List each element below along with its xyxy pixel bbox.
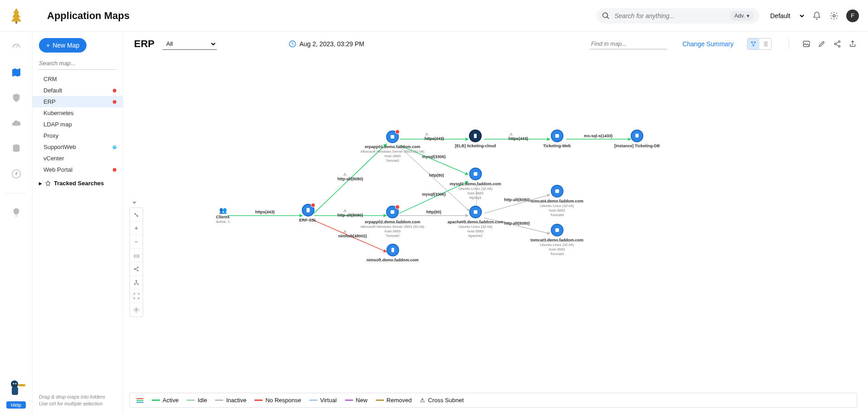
node-sub: host-3883 [530,247,583,252]
rail-explore-icon[interactable] [10,168,23,180]
rail-insights-icon[interactable] [10,206,23,219]
node-ticketing-web[interactable]: Ticketing-Web [543,130,571,149]
edit-icon[interactable] [817,39,826,48]
node-sub: Ubuntu Linux (32-bit) [530,204,583,208]
canvas-actions [802,39,857,48]
map-settings-icon[interactable] [130,303,143,317]
view-graph-button[interactable] [748,39,759,49]
node-erpapp01[interactable]: erpapp01.demo.faddom.com Microsoft Windo… [361,130,425,163]
share-icon[interactable] [833,39,842,48]
map-item-ldap[interactable]: LDAP map [33,119,123,130]
map-item-label: Default [43,87,62,94]
node-sub: Active: 1 [216,220,230,224]
global-search-input[interactable] [614,12,726,19]
fit-screen-button[interactable]: ▭ [130,249,143,262]
map-item-supportweb[interactable]: SupportWeb⟳ [33,141,123,153]
advanced-search-toggle[interactable]: Adv. ▾ [730,11,754,21]
map-item-default[interactable]: Default [33,85,123,96]
rail-maps-icon[interactable] [10,66,23,79]
svg-text:⚠: ⚠ [343,230,346,234]
change-summary-link[interactable]: Change Summary [682,40,734,48]
tracked-label: Tracked Searches [54,180,104,187]
node-tomcat4[interactable]: tomcat4.demo.faddom.com Ubuntu Linux (32… [530,185,583,217]
map-filter-select[interactable]: All [163,38,217,50]
node-ticketing-db[interactable]: [Instance] Ticketing-DB [614,130,660,149]
svg-point-63 [136,280,137,281]
new-map-button[interactable]: + New Map [39,38,86,53]
node-sub: Ubuntu Linux (32-bit) [530,243,583,247]
rail-security-icon[interactable] [10,91,23,104]
map-list: CRM Default ERP Kubernetes LDAP map Prox… [33,73,123,175]
mascot-icon [5,378,27,400]
node-nimsoft[interactable]: nimsoft.demo.faddom.com [366,244,418,263]
export-icon[interactable] [848,39,857,48]
svg-rect-52 [391,248,394,252]
server-icon [469,168,482,180]
node-label: erpapp01.demo.faddom.com [361,144,425,149]
status-dot-red [113,89,116,92]
find-in-map-input[interactable] [590,39,667,49]
rail-dashboard-icon[interactable] [10,41,23,53]
download-image-icon[interactable] [802,39,811,48]
page-title: Application Maps [47,10,129,22]
view-list-button[interactable] [759,39,771,49]
node-clients[interactable]: 👥 Clients Active: 1 [216,207,230,224]
node-tomcat3[interactable]: tomcat3.demo.faddom.com Ubuntu Linux (32… [530,224,583,256]
svg-rect-5 [12,387,18,395]
svg-rect-53 [474,134,477,138]
svg-rect-51 [391,210,394,214]
user-avatar[interactable]: F [846,10,859,22]
hierarchy-icon[interactable] [130,276,143,289]
minimize-icon[interactable]: ⤡ [130,208,143,221]
tracked-searches-toggle[interactable]: ▸ Tracked Searches [33,175,123,191]
footer-hint-1: Drag & drop maps into folders [39,394,116,400]
map-item-kubernetes[interactable]: Kubernetes [33,107,123,119]
app-logo[interactable] [0,8,33,24]
legend-no-response: No Response [254,397,301,404]
relayout-icon[interactable] [130,262,143,276]
help-button[interactable]: Help [6,401,26,409]
fullscreen-icon[interactable]: ⛶ [130,289,143,303]
legend-menu-icon[interactable] [136,398,144,403]
node-erpapp02[interactable]: erpapp02.demo.faddom.com Microsoft Windo… [361,206,425,238]
legend-new: New [345,397,368,404]
node-label: ERP-SSL [299,218,317,223]
map-item-crm[interactable]: CRM [33,73,123,85]
map-item-webportal[interactable]: Web Portal [33,164,123,175]
zoom-in-button[interactable]: ＋ [130,221,143,235]
map-item-label: Kubernetes [43,110,74,116]
svg-point-60 [134,268,135,269]
map-item-erp[interactable]: ERP [33,96,123,107]
server-icon [551,185,563,197]
map-item-vcenter[interactable]: vCenter [33,153,123,164]
node-sub: Tomcat1 [361,159,425,163]
map-canvas[interactable]: https(443) ⚠ http-alt(8080) ⚠ http-alt(8… [123,53,868,414]
legend-active: Active [152,397,178,404]
help-widget[interactable]: Help [5,378,27,409]
server-icon [551,224,563,236]
node-sub: Microsoft Windows Server 2003 (32-bit) [361,225,425,229]
server-icon [302,204,314,217]
map-search-input[interactable] [39,57,116,70]
panel-collapse-toggle[interactable]: ⌄ [131,197,137,205]
legend-inactive: Inactive [215,397,246,404]
map-item-proxy[interactable]: Proxy [33,130,123,141]
map-item-label: ERP [43,98,56,105]
environment-select[interactable]: Default [765,9,806,23]
server-icon [469,206,482,218]
rail-cloud-icon[interactable] [10,117,23,130]
node-elb-ticketing[interactable]: [ELB] ticketing-cloud [455,130,496,149]
timestamp[interactable]: Aug 2, 2023, 03:29 PM [288,40,364,48]
canvas-header: ERP All Aug 2, 2023, 03:29 PM Change Sum… [123,32,868,53]
node-apache05[interactable]: apache05.demo.faddom.com Ubuntu Linux (3… [447,206,504,238]
global-search[interactable]: Adv. ▾ [596,8,759,24]
svg-point-1 [833,14,835,17]
node-erp-ssl[interactable]: ERP-SSL [299,204,317,223]
svg-text:⚠: ⚠ [343,209,346,213]
node-mysql1[interactable]: mysql1.demo.faddom.com Ubuntu Linux (32-… [450,168,501,200]
zoom-out-button[interactable]: － [130,235,143,249]
notifications-icon[interactable] [812,11,822,21]
map-item-label: Web Portal [43,166,72,173]
settings-icon[interactable] [829,11,839,21]
rail-database-icon[interactable] [10,142,23,155]
